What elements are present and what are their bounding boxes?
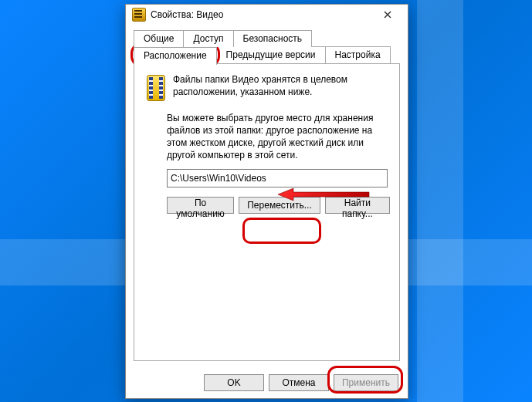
tab-location[interactable]: Расположение [134, 47, 217, 65]
tab-panel-location: Файлы папки Видео хранятся в целевом рас… [134, 63, 400, 361]
restore-default-button[interactable]: По умолчанию [167, 197, 234, 214]
close-button[interactable] [372, 5, 403, 24]
dialog-footer: OK Отмена Применить [126, 367, 408, 398]
location-description: Файлы папки Видео хранятся в целевом рас… [173, 73, 390, 98]
ok-button[interactable]: OK [204, 374, 264, 391]
tab-security[interactable]: Безопасность [233, 30, 313, 47]
desktop-background: Свойства: Видео Общие Доступ Безопасност… [0, 0, 532, 402]
tab-customize[interactable]: Настройка [325, 46, 391, 64]
location-path-input[interactable] [167, 169, 388, 187]
tab-general[interactable]: Общие [134, 30, 184, 47]
find-target-button[interactable]: Найти папку... [325, 197, 390, 214]
annotation-ring-move [242, 218, 321, 244]
location-info-text: Вы можете выбрать другое место для хране… [167, 112, 387, 162]
tabs: Общие Доступ Безопасность Расположение П… [134, 29, 400, 63]
videos-folder-icon [147, 75, 165, 101]
folder-videos-icon [132, 8, 146, 22]
tab-sharing[interactable]: Доступ [183, 30, 233, 47]
cancel-button[interactable]: Отмена [269, 374, 329, 391]
close-icon [384, 11, 391, 19]
location-buttons: По умолчанию Переместить... Найти папку.… [167, 197, 390, 214]
move-button[interactable]: Переместить... [239, 197, 320, 214]
properties-dialog: Свойства: Видео Общие Доступ Безопасност… [125, 4, 408, 399]
dialog-body: Общие Доступ Безопасность Расположение П… [126, 25, 408, 367]
apply-button[interactable]: Применить [334, 374, 398, 391]
tab-previous-versions[interactable]: Предыдущие версии [216, 46, 326, 64]
window-title: Свойства: Видео [151, 9, 372, 20]
titlebar[interactable]: Свойства: Видео [126, 5, 408, 25]
